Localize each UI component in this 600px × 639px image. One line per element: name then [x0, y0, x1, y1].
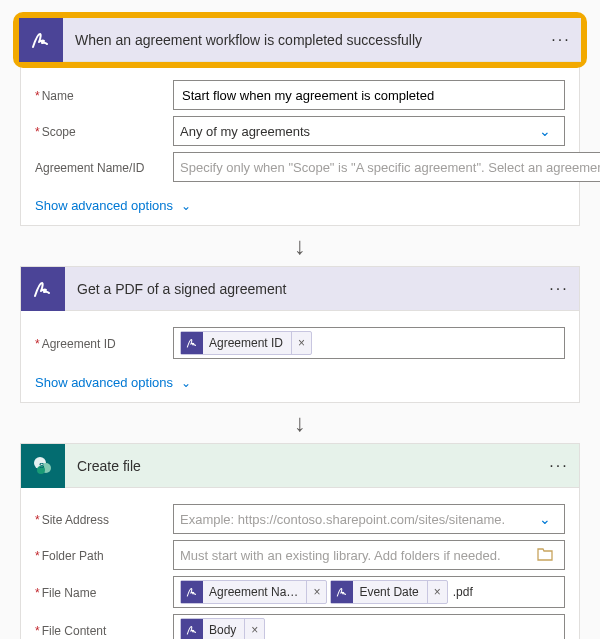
getpdf-header[interactable]: Get a PDF of a signed agreement ··· [21, 267, 579, 311]
adobe-sign-icon [181, 332, 203, 354]
label-agreement: Agreement Name/ID [35, 159, 173, 175]
input-name-text[interactable] [180, 87, 558, 104]
getpdf-title: Get a PDF of a signed agreement [65, 281, 539, 297]
row-agreement-id: Agreement ID Agreement ID × [35, 327, 565, 359]
select-scope[interactable]: Any of my agreements ⌄ [173, 116, 565, 146]
input-file-name[interactable]: Agreement Na… × Event Date × .pdf [173, 576, 565, 608]
row-site-address: Site Address Example: https://contoso.sh… [35, 504, 565, 534]
select-site-address[interactable]: Example: https://contoso.sharepoint.com/… [173, 504, 565, 534]
createfile-more-button[interactable]: ··· [539, 457, 579, 475]
token-label: Agreement ID [209, 336, 287, 350]
createfile-card: S Create file ··· Site Address Example: … [20, 443, 580, 639]
row-file-name: File Name Agreement Na… × Event Date × .… [35, 576, 565, 608]
flow-arrow-icon: ↓ [12, 411, 588, 435]
label-name: Name [35, 87, 173, 103]
agreement-placeholder: Specify only when "Scope" is "A specific… [180, 160, 600, 175]
row-name: Name [35, 80, 565, 110]
label-folder-path: Folder Path [35, 547, 173, 563]
token-agreement-id[interactable]: Agreement ID × [180, 331, 312, 355]
row-scope: Scope Any of my agreements ⌄ [35, 116, 565, 146]
input-name[interactable] [173, 80, 565, 110]
token-remove-button[interactable]: × [244, 619, 264, 639]
label-file-content: File Content [35, 622, 173, 638]
adobe-sign-icon [181, 619, 203, 639]
adobe-sign-icon [181, 581, 203, 603]
token-event-date[interactable]: Event Date × [330, 580, 447, 604]
getpdf-card: Get a PDF of a signed agreement ··· Agre… [20, 266, 580, 403]
getpdf-advanced-toggle[interactable]: Show advanced options ⌄ [35, 375, 191, 390]
token-body[interactable]: Body × [180, 618, 265, 639]
chevron-down-icon[interactable]: ⌄ [532, 511, 558, 527]
chevron-down-icon: ⌄ [181, 376, 191, 390]
adobe-sign-icon [19, 18, 63, 62]
token-remove-button[interactable]: × [291, 332, 311, 354]
token-label: Agreement Na… [209, 585, 302, 599]
label-agreement-id: Agreement ID [35, 335, 173, 351]
sharepoint-icon: S [21, 444, 65, 488]
highlighted-trigger-wrap: When an agreement workflow is completed … [13, 12, 587, 68]
flow-arrow-icon: ↓ [12, 234, 588, 258]
adobe-sign-icon [331, 581, 353, 603]
folder-placeholder: Must start with an existing library. Add… [180, 548, 532, 563]
trigger-card: When an agreement workflow is completed … [19, 18, 581, 62]
row-folder-path: Folder Path Must start with an existing … [35, 540, 565, 570]
token-agreement-name[interactable]: Agreement Na… × [180, 580, 327, 604]
trigger-header[interactable]: When an agreement workflow is completed … [19, 18, 581, 62]
label-site-address: Site Address [35, 511, 173, 527]
token-label: Event Date [359, 585, 422, 599]
createfile-header[interactable]: S Create file ··· [21, 444, 579, 488]
svg-text:S: S [39, 461, 45, 470]
token-label: Body [209, 623, 240, 637]
advanced-label: Show advanced options [35, 198, 173, 213]
input-folder-path[interactable]: Must start with an existing library. Add… [173, 540, 565, 570]
site-placeholder: Example: https://contoso.sharepoint.com/… [180, 512, 532, 527]
adobe-sign-icon [21, 267, 65, 311]
scope-value: Any of my agreements [180, 124, 532, 139]
advanced-label: Show advanced options [35, 375, 173, 390]
chevron-down-icon: ⌄ [181, 199, 191, 213]
input-agreement-id[interactable]: Agreement ID × [173, 327, 565, 359]
label-scope: Scope [35, 123, 173, 139]
label-file-name: File Name [35, 584, 173, 600]
getpdf-more-button[interactable]: ··· [539, 280, 579, 298]
filename-suffix: .pdf [453, 585, 473, 599]
trigger-advanced-toggle[interactable]: Show advanced options ⌄ [35, 198, 191, 213]
token-remove-button[interactable]: × [427, 581, 447, 603]
trigger-body-card: Name Scope Any of my agreements ⌄ Agreem… [20, 64, 580, 226]
input-file-content[interactable]: Body × [173, 614, 565, 639]
token-remove-button[interactable]: × [306, 581, 326, 603]
chevron-down-icon[interactable]: ⌄ [532, 123, 558, 139]
createfile-title: Create file [65, 458, 539, 474]
row-file-content: File Content Body × [35, 614, 565, 639]
row-agreement: Agreement Name/ID Specify only when "Sco… [35, 152, 565, 182]
folder-picker-icon[interactable] [532, 547, 558, 564]
trigger-more-button[interactable]: ··· [541, 31, 581, 49]
select-agreement[interactable]: Specify only when "Scope" is "A specific… [173, 152, 600, 182]
trigger-title: When an agreement workflow is completed … [63, 32, 541, 48]
